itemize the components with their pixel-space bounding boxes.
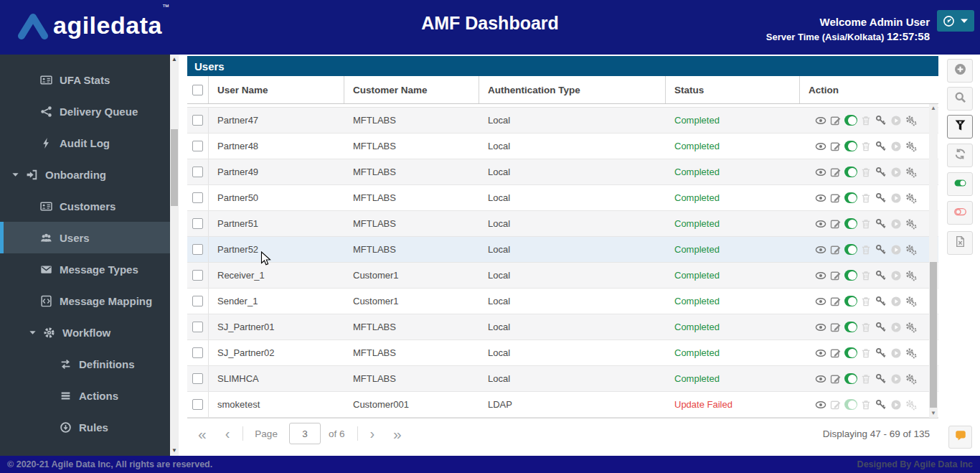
view-action-icon[interactable]: [814, 217, 827, 230]
row-checkbox[interactable]: [192, 244, 203, 255]
table-scrollbar-thumb[interactable]: [930, 262, 937, 408]
table-row-Partner48[interactable]: Partner48MFTLABSLocalCompleted: [187, 134, 938, 159]
settings-action-icon[interactable]: [905, 192, 918, 204]
sidebar-item-customers[interactable]: Customers: [0, 190, 170, 222]
add-button[interactable]: [947, 59, 973, 83]
sidebar-item-rules[interactable]: Rules: [0, 411, 170, 443]
keys-action-icon[interactable]: [875, 373, 887, 385]
row-checkbox[interactable]: [192, 167, 203, 177]
sidebar-item-message-mapping[interactable]: Message Mapping: [0, 285, 170, 317]
settings-action-icon[interactable]: [905, 243, 918, 256]
account-menu-button[interactable]: [937, 10, 974, 32]
settings-action-icon[interactable]: [905, 295, 918, 307]
table-row-Partner51[interactable]: Partner51MFTLABSLocalCompleted: [187, 211, 938, 237]
table-row-Partner47[interactable]: Partner47MFTLABSLocalCompleted: [187, 108, 938, 134]
settings-action-icon[interactable]: [905, 321, 918, 333]
status-toggle-action-icon[interactable]: [844, 321, 857, 333]
last-page-button[interactable]: »: [393, 426, 402, 441]
row-checkbox[interactable]: [192, 399, 203, 410]
sidebar-item-actions[interactable]: Actions: [0, 380, 170, 411]
status-toggle-action-icon[interactable]: [844, 347, 857, 359]
view-action-icon[interactable]: [814, 295, 827, 307]
keys-action-icon[interactable]: [875, 295, 887, 307]
status-toggle-action-icon[interactable]: [844, 217, 857, 230]
status-toggle-action-icon[interactable]: [844, 243, 857, 256]
view-action-icon[interactable]: [814, 166, 827, 178]
refresh-button[interactable]: [947, 144, 973, 167]
chevron-down-icon[interactable]: [11, 171, 20, 179]
view-action-icon[interactable]: [814, 269, 827, 281]
sidebar-item-onboarding[interactable]: Onboarding: [0, 159, 170, 190]
view-action-icon[interactable]: [814, 373, 827, 385]
keys-action-icon[interactable]: [875, 217, 887, 230]
row-checkbox[interactable]: [192, 296, 203, 306]
next-page-button[interactable]: ›: [369, 426, 374, 441]
table-row-Receiver_1[interactable]: Receiver_1Customer1LocalCompleted: [187, 263, 938, 289]
edit-action-icon[interactable]: [829, 166, 842, 178]
keys-action-icon[interactable]: [875, 269, 887, 281]
view-action-icon[interactable]: [814, 192, 827, 204]
settings-action-icon[interactable]: [905, 114, 918, 126]
settings-action-icon[interactable]: [905, 140, 918, 152]
row-checkbox[interactable]: [192, 322, 203, 332]
table-row-SJ_Partner02[interactable]: SJ_Partner02MFTLABSLocalCompleted: [187, 340, 938, 366]
sidebar-item-delivery-queue[interactable]: Delivery Queue: [0, 95, 170, 127]
sidebar-item-users[interactable]: Users: [0, 222, 170, 253]
status-toggle-action-icon[interactable]: [844, 269, 857, 281]
page-input[interactable]: [289, 423, 321, 444]
keys-action-icon[interactable]: [875, 321, 887, 333]
view-action-icon[interactable]: [814, 243, 827, 256]
activate-button[interactable]: [947, 172, 973, 196]
table-row-SLIMHCA[interactable]: SLIMHCAMFTLABSLocalCompleted: [187, 366, 938, 392]
keys-action-icon[interactable]: [875, 398, 887, 411]
first-page-button[interactable]: «: [198, 426, 207, 441]
settings-action-icon[interactable]: [905, 166, 918, 178]
select-all-checkbox[interactable]: [192, 85, 203, 95]
table-row-Partner50[interactable]: Partner50MFTLABSLocalCompleted: [187, 185, 938, 211]
status-toggle-action-icon[interactable]: [844, 140, 857, 152]
table-row-smoketest[interactable]: smoketestCustomer001LDAPUpdate Failed: [187, 392, 938, 418]
keys-action-icon[interactable]: [875, 347, 887, 359]
view-action-icon[interactable]: [814, 321, 827, 333]
table-row-Partner49[interactable]: Partner49MFTLABSLocalCompleted: [187, 159, 938, 185]
sidebar-scrollbar[interactable]: ▲ ▼: [170, 55, 179, 456]
deactivate-button[interactable]: [947, 201, 973, 225]
settings-action-icon[interactable]: [905, 347, 918, 359]
keys-action-icon[interactable]: [875, 140, 887, 152]
edit-action-icon[interactable]: [829, 321, 842, 333]
sidebar-scrollbar-thumb[interactable]: [171, 129, 178, 206]
row-checkbox[interactable]: [192, 115, 203, 126]
status-toggle-action-icon[interactable]: [844, 295, 857, 307]
chat-button[interactable]: [948, 426, 972, 449]
row-checkbox[interactable]: [192, 141, 203, 151]
view-action-icon[interactable]: [814, 347, 827, 359]
edit-action-icon[interactable]: [829, 243, 842, 256]
status-toggle-action-icon[interactable]: [844, 192, 857, 204]
table-row-Partner52[interactable]: Partner52MFTLABSLocalCompleted: [187, 237, 938, 263]
scroll-down-icon[interactable]: ▼: [929, 409, 938, 418]
keys-action-icon[interactable]: [875, 243, 887, 256]
status-toggle-action-icon[interactable]: [844, 373, 857, 385]
sidebar-item-audit-log[interactable]: Audit Log: [0, 127, 170, 159]
table-scrollbar[interactable]: ▲ ▼: [929, 104, 938, 418]
keys-action-icon[interactable]: [875, 166, 887, 178]
edit-action-icon[interactable]: [829, 347, 842, 359]
row-checkbox[interactable]: [192, 347, 203, 358]
export-excel-button[interactable]: [947, 231, 973, 255]
edit-action-icon[interactable]: [829, 140, 842, 152]
keys-action-icon[interactable]: [875, 192, 887, 204]
table-row-Sender_1[interactable]: Sender_1Customer1LocalCompleted: [187, 289, 938, 314]
prev-page-button[interactable]: ‹: [225, 426, 230, 441]
edit-action-icon[interactable]: [829, 192, 842, 204]
edit-action-icon[interactable]: [829, 295, 842, 307]
sidebar-item-definitions[interactable]: Definitions: [0, 348, 170, 380]
edit-action-icon[interactable]: [829, 217, 842, 230]
filter-button[interactable]: [947, 115, 973, 139]
edit-action-icon[interactable]: [829, 114, 842, 126]
row-checkbox[interactable]: [192, 218, 203, 229]
row-checkbox[interactable]: [192, 270, 203, 281]
scroll-up-icon[interactable]: ▲: [170, 55, 179, 64]
view-action-icon[interactable]: [814, 398, 827, 411]
keys-action-icon[interactable]: [875, 114, 887, 126]
table-row-SJ_Partner01[interactable]: SJ_Partner01MFTLABSLocalCompleted: [187, 314, 938, 340]
